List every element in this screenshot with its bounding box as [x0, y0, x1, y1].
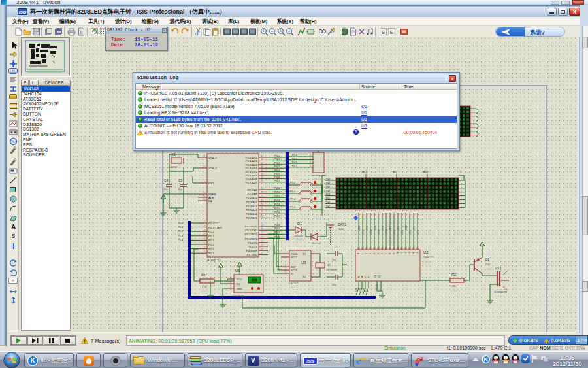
svg-text:P1.5: P1.5: [208, 243, 214, 246]
svg-text:10p: 10p: [332, 284, 336, 286]
svg-text:30p: 30p: [163, 188, 168, 191]
svg-text:P0.6: P0.6: [274, 175, 280, 178]
svg-text:P3.1/TXD: P3.1/TXD: [245, 229, 257, 232]
svg-text:D5.1: D5.1: [409, 229, 412, 234]
svg-text:P0.0: P0.0: [274, 154, 280, 158]
svg-text:P3.3: P3.3: [290, 205, 296, 209]
svg-text:38: 38: [261, 158, 263, 161]
svg-text:10: 10: [397, 252, 399, 254]
svg-text:D0.1: D0.1: [389, 226, 392, 230]
svg-text:P2.6: P2.6: [274, 210, 280, 214]
svg-text:P0.3: P0.3: [274, 165, 280, 168]
svg-text:<TEXT>: <TEXT>: [338, 233, 348, 235]
svg-text:8: 8: [204, 250, 205, 253]
svg-text:9: 9: [204, 180, 205, 183]
svg-text:P2.2/A10: P2.2/A10: [246, 196, 257, 199]
svg-text:P3.1: P3.1: [274, 227, 280, 230]
svg-text:P2.5: P2.5: [292, 158, 297, 160]
svg-text:P3.7/RD: P3.7/RD: [247, 253, 257, 256]
svg-text:XTAL2: XTAL2: [208, 167, 217, 170]
svg-text:P1.1/T2EX: P1.1/T2EX: [208, 226, 222, 229]
svg-text:P2.5: P2.5: [274, 207, 280, 210]
svg-text:D2.1: D2.1: [397, 226, 400, 230]
svg-text:P0.2/AD2: P0.2/AD2: [246, 163, 258, 167]
svg-text:P0.3/AD3: P0.3/AD3: [246, 167, 258, 170]
svg-text:<TEXT>: <TEXT>: [207, 263, 218, 266]
svg-text:X1: X1: [327, 263, 331, 267]
svg-text:6: 6: [204, 242, 205, 244]
svg-text:3: 3: [204, 229, 205, 231]
svg-text:6: 6: [381, 253, 384, 254]
svg-text:E1: E1: [374, 275, 377, 278]
svg-text:P2.7/A15: P2.7/A15: [246, 216, 257, 220]
svg-text:7: 7: [310, 158, 311, 160]
svg-text:P1.3: P1.3: [178, 235, 183, 237]
svg-text:P1.0: P1.0: [355, 288, 358, 292]
svg-text:D1: D1: [297, 222, 302, 226]
svg-text:P3.0: P3.0: [274, 223, 280, 226]
svg-text:P0.1/AD1: P0.1/AD1: [246, 159, 258, 163]
svg-text:P03: P03: [326, 190, 330, 192]
svg-text:P01: P01: [326, 182, 330, 184]
svg-text:34: 34: [261, 173, 263, 175]
svg-text:3: 3: [369, 253, 372, 254]
svg-text:P0.4/AD4: P0.4/AD4: [246, 171, 258, 174]
svg-text:+: +: [279, 29, 282, 33]
svg-text:P0.6/AD6: P0.6/AD6: [246, 177, 258, 180]
svg-text:D2: D2: [321, 234, 325, 238]
svg-text:2: 2: [313, 250, 314, 252]
svg-text:<TEXT>: <TEXT>: [295, 239, 305, 241]
svg-text:P2.3: P2.3: [274, 199, 280, 202]
svg-text:P07: P07: [326, 205, 330, 207]
svg-text:25: 25: [261, 203, 263, 206]
svg-text:P04: P04: [326, 193, 330, 196]
svg-text:P2.3/A11: P2.3/A11: [246, 201, 258, 204]
svg-text:P3.0/RXD: P3.0/RXD: [245, 225, 257, 228]
svg-text:6: 6: [310, 154, 311, 156]
svg-text:U3: U3: [301, 261, 306, 265]
svg-text:7: 7: [385, 253, 387, 254]
svg-text:12MHZ: 12MHZ: [169, 165, 178, 169]
svg-text:P1.1: P1.1: [178, 226, 183, 229]
svg-text:3: 3: [313, 273, 314, 276]
svg-text:P1.4: P1.4: [208, 239, 214, 242]
svg-text:5: 5: [285, 264, 286, 267]
svg-text:P1.7: P1.7: [208, 252, 214, 255]
svg-text:37: 37: [261, 162, 263, 165]
svg-text:BAT1: BAT1: [338, 222, 346, 226]
svg-text:P2.5/A13: P2.5/A13: [246, 209, 257, 212]
svg-text:0: 0: [357, 253, 360, 254]
svg-text:7: 7: [285, 267, 286, 270]
svg-text:15: 15: [261, 244, 263, 246]
svg-text:P3.2/INT0: P3.2/INT0: [245, 233, 258, 236]
svg-text:P1.1: P1.1: [359, 288, 361, 292]
svg-text:1N4148: 1N4148: [312, 243, 320, 245]
svg-text:2: 2: [230, 281, 231, 284]
svg-text:S: S: [382, 29, 385, 35]
svg-text:D3.1: D3.1: [401, 229, 404, 234]
svg-text:P3.4/T0: P3.4/T0: [248, 241, 258, 244]
svg-text:9: 9: [310, 165, 311, 167]
svg-text:DS18B20: DS18B20: [233, 294, 244, 297]
svg-text:21: 21: [261, 187, 263, 190]
svg-text:P2.4: P2.4: [274, 203, 280, 206]
svg-text:D2.0: D2.0: [366, 226, 368, 230]
svg-text:P3.3/INT1: P3.3/INT1: [245, 237, 258, 241]
svg-text:DS1302: DS1302: [289, 282, 299, 285]
svg-text:P1.3: P1.3: [208, 235, 214, 238]
svg-text:U2: U2: [423, 250, 429, 254]
svg-text:P0.2: P0.2: [274, 161, 280, 165]
svg-text:P3.0: P3.0: [290, 181, 296, 184]
svg-text:P2.6/A14: P2.6/A14: [246, 212, 257, 216]
svg-text:P2.4/A12: P2.4/A12: [246, 205, 257, 208]
svg-text:<TEXT>: <TEXT>: [485, 268, 495, 271]
svg-text:D6.1: D6.1: [413, 226, 416, 230]
svg-text:P2.1/A9: P2.1/A9: [248, 192, 258, 195]
svg-text:5: 5: [377, 253, 380, 254]
svg-text:R2: R2: [451, 273, 456, 276]
svg-text:P1.0/T2: P1.0/T2: [208, 222, 219, 225]
svg-text:12: 12: [261, 231, 263, 234]
svg-text:IO: IO: [291, 273, 293, 275]
svg-text:32: 32: [261, 180, 263, 182]
svg-text:P2.4: P2.4: [292, 154, 297, 156]
